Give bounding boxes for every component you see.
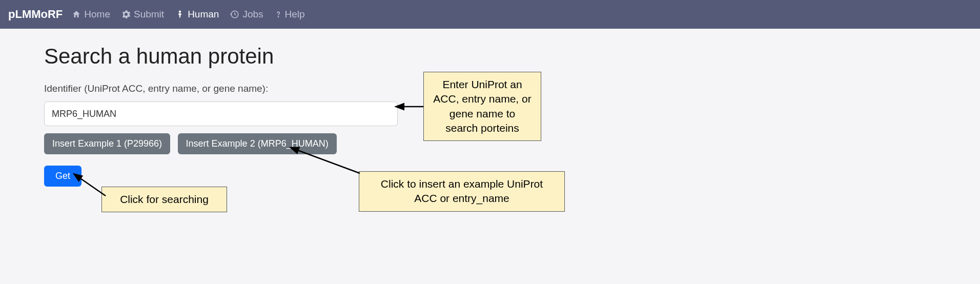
nav-human[interactable]: Human [175,9,219,20]
gears-icon [121,10,131,19]
svg-point-1 [278,16,278,17]
page-title: Search a human protein [44,44,936,69]
svg-point-0 [179,11,181,13]
history-icon [230,10,239,19]
annotation-callout-get: Click for searching [101,187,227,212]
nav-help[interactable]: Help [275,9,305,20]
nav-home[interactable]: Home [72,9,110,20]
home-icon [72,10,81,19]
nav-jobs-label: Jobs [242,9,263,20]
arrow-to-example-icon [292,147,364,177]
question-icon [275,10,282,19]
arrow-to-get-icon [75,174,111,200]
annotation-callout-example: Click to insert an example UniProt ACC o… [359,171,565,212]
person-icon [175,10,185,19]
nav-submit[interactable]: Submit [121,9,164,20]
brand: pLMMoRF [8,8,63,21]
navbar: pLMMoRF Home Submit Human Jobs Help [0,0,980,29]
insert-example-1-button[interactable]: Insert Example 1 (P29966) [44,133,170,154]
annotation-callout-input: Enter UniProt an ACC, entry name, or gen… [423,72,541,141]
svg-line-3 [296,150,360,173]
nav-submit-label: Submit [134,9,164,20]
nav-jobs[interactable]: Jobs [230,9,263,20]
nav-home-label: Home [84,9,110,20]
arrow-to-input-icon [399,102,424,112]
nav-help-label: Help [285,9,305,20]
identifier-input[interactable] [44,102,398,126]
svg-line-4 [79,177,106,196]
nav-human-label: Human [188,9,219,20]
